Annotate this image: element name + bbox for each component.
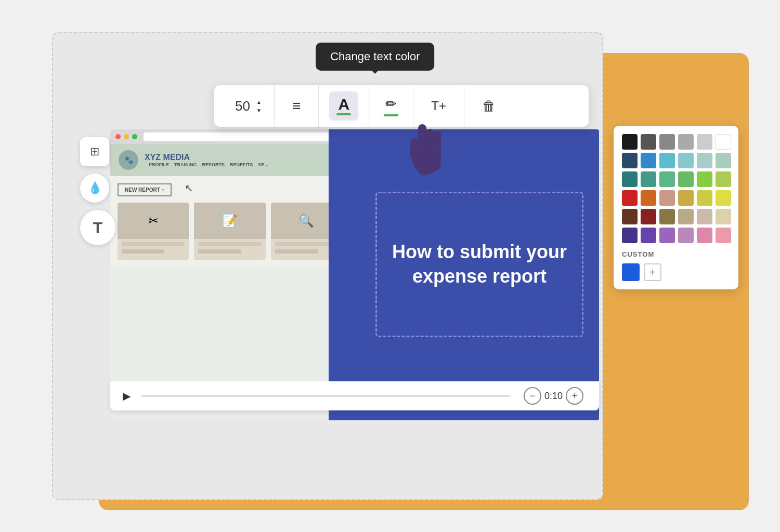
align-button[interactable]: ≡ — [285, 94, 308, 118]
site-nav: PROFILE TRAINING REPORTS BENEFITS SE... — [149, 162, 268, 167]
color-swatch[interactable] — [697, 171, 712, 187]
color-swatch[interactable] — [678, 209, 694, 224]
color-swatch[interactable] — [622, 190, 638, 206]
nav-more: SE... — [258, 162, 269, 167]
report-card-line-short-2 — [198, 249, 241, 254]
drop-icon: 💧 — [88, 181, 102, 195]
toolbar: 50 ▲ ▼ ≡ A ✏ — [214, 85, 589, 127]
report-card-img-2: 📝 — [194, 203, 265, 239]
color-swatch[interactable] — [641, 171, 656, 187]
color-swatch[interactable] — [641, 228, 656, 243]
drop-tool[interactable]: 💧 — [80, 174, 109, 203]
color-swatch[interactable] — [697, 190, 712, 206]
report-card-line-short-3 — [275, 249, 318, 254]
color-swatch[interactable] — [659, 134, 675, 150]
color-swatch[interactable] — [641, 190, 656, 206]
text-color-section: A — [319, 85, 369, 127]
color-swatch[interactable] — [659, 228, 675, 243]
color-swatch[interactable] — [641, 134, 656, 150]
color-swatch[interactable] — [641, 209, 656, 224]
nav-profile: PROFILE — [149, 162, 169, 167]
browser-dot-green — [132, 134, 137, 139]
browser-bar — [110, 129, 349, 144]
delete-button[interactable]: 🗑 — [475, 94, 503, 118]
color-swatch[interactable] — [716, 209, 731, 224]
website-header: 🐾 XYZ MEDIA PROFILE TRAINING REPORTS BEN… — [110, 144, 349, 176]
browser-url-bar — [144, 132, 344, 141]
color-swatch[interactable] — [622, 153, 638, 168]
color-swatch[interactable] — [659, 190, 675, 206]
report-card-line-1 — [122, 242, 185, 246]
font-size-spinner: ▲ ▼ — [254, 98, 264, 114]
color-palette-panel: CUSTOM + — [614, 126, 738, 289]
custom-colors: + — [622, 263, 730, 281]
hand-cursor-icon — [407, 124, 448, 176]
color-swatch[interactable] — [622, 134, 638, 150]
color-swatch[interactable] — [716, 190, 731, 206]
color-swatch[interactable] — [622, 209, 638, 224]
color-swatch[interactable] — [678, 171, 694, 187]
editor-area: Change text color 50 ▲ ▼ ≡ A — [52, 32, 603, 500]
color-swatch[interactable] — [697, 134, 712, 150]
browser-dot-red — [115, 134, 121, 139]
color-swatch[interactable] — [678, 190, 694, 206]
color-swatch[interactable] — [641, 153, 656, 168]
nav-reports: REPORTS — [202, 162, 225, 167]
zoom-out-button[interactable]: − — [524, 387, 541, 405]
color-swatch[interactable] — [659, 171, 675, 187]
video-canvas: 🐾 XYZ MEDIA PROFILE TRAINING REPORTS BEN… — [110, 129, 599, 420]
report-card-line-short-1 — [122, 249, 164, 254]
text-color-underline — [336, 113, 351, 115]
pencil-underline — [384, 114, 398, 116]
color-swatch[interactable] — [697, 209, 712, 224]
browser-dot-yellow — [124, 134, 129, 139]
text-tool[interactable]: T — [80, 210, 115, 245]
add-color-button[interactable]: + — [644, 263, 661, 281]
text-color-letter: A — [338, 97, 349, 112]
edit-section: ✏ — [369, 85, 413, 127]
color-swatch[interactable] — [697, 153, 712, 168]
layout-tool[interactable]: ⊞ — [80, 137, 109, 166]
font-size-section: 50 ▲ ▼ — [225, 85, 275, 127]
nav-benefits: BENEFITS — [230, 162, 253, 167]
color-swatch[interactable] — [678, 153, 694, 168]
report-card-line-2 — [198, 242, 261, 246]
font-size-value: 50 — [235, 98, 250, 114]
color-swatch[interactable] — [716, 228, 731, 243]
custom-label: CUSTOM — [622, 250, 730, 258]
play-button[interactable]: ▶ — [123, 390, 131, 402]
font-size-decrease[interactable]: ▼ — [254, 107, 264, 114]
nav-training: TRAINING — [174, 162, 197, 167]
add-text-button[interactable]: T+ — [424, 95, 453, 117]
report-grid: ✂ 📝 🔍 — [118, 203, 342, 260]
color-swatch[interactable] — [716, 153, 731, 168]
color-swatch[interactable] — [659, 209, 675, 224]
text-box-content: How to submit your expense report — [387, 240, 571, 289]
align-section: ≡ — [275, 85, 319, 127]
site-logo: 🐾 — [119, 150, 138, 170]
website-mockup: 🐾 XYZ MEDIA PROFILE TRAINING REPORTS BEN… — [110, 129, 349, 420]
custom-color-swatch-blue[interactable] — [622, 263, 640, 281]
color-swatch[interactable] — [622, 228, 638, 243]
color-swatch[interactable] — [716, 134, 731, 150]
color-swatch[interactable] — [697, 228, 712, 243]
color-swatch[interactable] — [716, 171, 731, 187]
zoom-in-button[interactable]: + — [566, 387, 583, 405]
pencil-icon: ✏ — [385, 96, 397, 112]
color-swatch[interactable] — [678, 134, 694, 150]
layout-icon: ⊞ — [90, 145, 99, 158]
time-display: 0:10 — [544, 391, 563, 402]
add-text-section: T+ — [413, 85, 464, 127]
color-swatch[interactable] — [678, 228, 694, 243]
video-controls: ▶ − 0:10 + — [110, 381, 599, 410]
text-color-button[interactable]: A — [329, 91, 358, 121]
edit-button[interactable]: ✏ — [380, 92, 402, 121]
text-box[interactable]: How to submit your expense report — [375, 192, 583, 337]
report-card-img-1: ✂ — [118, 203, 189, 239]
timeline[interactable] — [141, 395, 510, 397]
color-swatch[interactable] — [659, 153, 675, 168]
color-swatch[interactable] — [622, 171, 638, 187]
font-size-increase[interactable]: ▲ — [254, 98, 264, 105]
new-report-button: NEW REPORT + — [118, 183, 172, 196]
report-card-1: ✂ — [118, 203, 189, 260]
